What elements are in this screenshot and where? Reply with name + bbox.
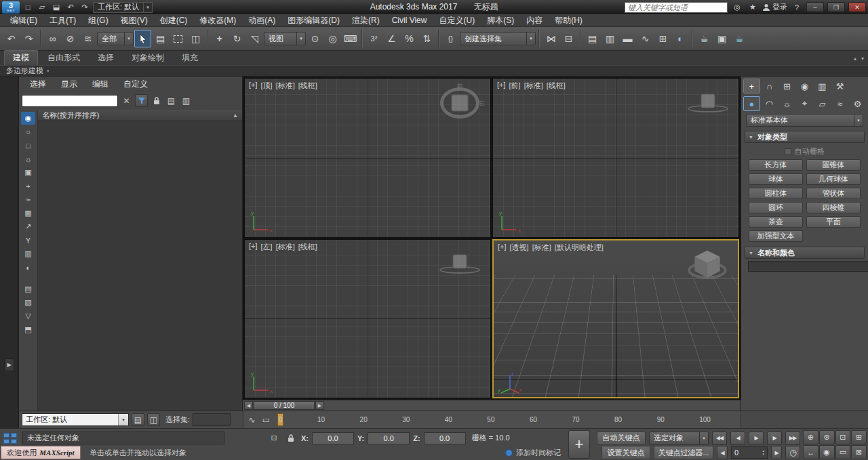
viewport-menu-pov[interactable]: [顶] <box>261 81 273 91</box>
filter-all-icon[interactable]: ◉ <box>21 112 35 125</box>
percent-snap-toggle-icon[interactable]: % <box>401 30 418 47</box>
explorer-menu-customize[interactable]: 自定义 <box>117 79 155 90</box>
time-slider-thumb[interactable]: 0 / 100 <box>254 401 315 410</box>
sphere-button[interactable]: 球体 <box>749 173 803 185</box>
selection-set-dropdown[interactable] <box>193 413 231 426</box>
communication-center-icon[interactable]: ◎ <box>731 1 743 13</box>
named-selection-dropdown[interactable]: 创建选择集 ▾ <box>460 32 536 45</box>
show-none-icon[interactable]: ▧ <box>21 296 35 309</box>
mirror-icon[interactable]: ⋈ <box>542 30 559 47</box>
workspace-switch-icon[interactable]: ◫ <box>147 413 160 426</box>
filter-xrefs-icon[interactable]: ↗ <box>21 220 35 233</box>
motion-tab-icon[interactable]: ◉ <box>796 79 813 93</box>
spinner-snap-toggle-icon[interactable]: ⇅ <box>418 30 435 47</box>
sign-in-button[interactable]: 登录 <box>762 2 787 12</box>
viewport-layout-icon[interactable] <box>1 431 19 446</box>
lock-explorer-icon[interactable] <box>150 94 163 107</box>
cone-button[interactable]: 圆锥体 <box>806 159 861 171</box>
align-icon[interactable]: ⊟ <box>560 30 577 47</box>
menu-scripting[interactable]: 脚本(S) <box>481 14 520 26</box>
field-of-view-icon[interactable]: ▭ <box>835 445 851 459</box>
menu-customize[interactable]: 自定义(U) <box>433 14 481 26</box>
app-logo-icon[interactable]: 3MAX <box>2 1 20 14</box>
show-keyable-icon[interactable]: ▭ <box>260 413 273 426</box>
chevron-down-icon[interactable]: ▾ <box>296 33 305 45</box>
filter-cameras-icon[interactable]: ▣ <box>21 166 35 179</box>
next-key-button[interactable]: ▶ <box>771 446 782 459</box>
viewcube[interactable] <box>437 245 482 283</box>
zoom-all-icon[interactable]: ⊛ <box>819 430 835 444</box>
workspace-bottom-selector[interactable]: 工作区: 默认 ▾ <box>22 413 129 426</box>
primitive-category-dropdown[interactable]: 标准基本体 ▾ <box>746 114 863 127</box>
menu-animation[interactable]: 动画(A) <box>242 14 281 26</box>
helpers-category-icon[interactable]: ▱ <box>814 96 831 111</box>
material-editor-icon[interactable]: ◐ <box>672 30 689 47</box>
teapot-button[interactable]: 茶壶 <box>749 216 803 228</box>
show-frozen-icon[interactable]: ⬒ <box>21 323 35 336</box>
angle-snap-toggle-icon[interactable]: ∠ <box>383 30 400 47</box>
geometry-category-icon[interactable]: ● <box>743 96 760 111</box>
filter-shapes-icon[interactable]: □ <box>21 139 35 152</box>
open-file-icon[interactable]: ▱ <box>36 1 48 13</box>
bind-to-spacewarp-icon[interactable]: ≋ <box>79 30 96 47</box>
viewport-top[interactable]: [+] [顶] [标准] [线框] 前 右 x <box>244 78 491 238</box>
shapes-category-icon[interactable]: ◠ <box>761 96 778 111</box>
save-file-icon[interactable]: ⬓ <box>50 1 62 13</box>
viewport-menu-standard[interactable]: [标准] <box>276 242 295 252</box>
workspace-selector[interactable]: 工作区: 默认 ▾ <box>93 2 153 13</box>
viewcube-face[interactable] <box>453 255 467 269</box>
schematic-view-icon[interactable]: ⊞ <box>654 30 671 47</box>
viewport-menu-pov[interactable]: [透视] <box>510 243 529 253</box>
key-filters-button[interactable]: 关键点过滤器... <box>654 446 713 459</box>
viewcube[interactable] <box>685 246 730 284</box>
geosphere-button[interactable]: 几何球体 <box>806 173 861 185</box>
rendered-frame-window-icon[interactable]: ▣ <box>713 30 730 47</box>
viewport-left[interactable]: [+] [左] [标准] [线框] x y <box>244 239 491 399</box>
redo-icon[interactable]: ↷ <box>79 1 91 13</box>
filter-lights-icon[interactable]: ☼ <box>21 152 35 165</box>
torus-button[interactable]: 圆环 <box>749 202 803 213</box>
lights-category-icon[interactable]: ☼ <box>778 96 795 111</box>
cylinder-button[interactable]: 圆柱体 <box>749 188 803 199</box>
select-and-move-icon[interactable]: + <box>211 30 228 47</box>
menu-group[interactable]: 组(G) <box>82 14 114 26</box>
go-to-end-button[interactable]: ▶▶ <box>785 432 800 445</box>
name-color-rollout-header[interactable]: ▼ 名称和颜色 <box>745 247 865 259</box>
display-tab-icon[interactable]: ▥ <box>814 79 831 93</box>
viewport-menu-standard[interactable]: [标准] <box>276 81 295 91</box>
ribbon-subtab-polygon-modeling[interactable]: 多边形建模 <box>6 66 43 76</box>
edit-named-selections-icon[interactable]: {} <box>442 30 459 47</box>
systems-category-icon[interactable]: ⚙ <box>849 96 866 111</box>
tube-button[interactable]: 管状体 <box>806 188 861 199</box>
chevron-down-icon[interactable]: ▾ <box>861 56 864 62</box>
pan-view-icon[interactable]: ↔ <box>803 445 818 459</box>
use-pivot-center-icon[interactable]: ⊙ <box>307 30 323 47</box>
menu-civil-view[interactable]: Civil View <box>386 14 433 26</box>
choose-columns-icon[interactable]: ▤ <box>165 94 178 107</box>
viewport-menu-standard[interactable]: [标准] <box>524 81 543 91</box>
ribbon-tab-object-paint[interactable]: 对象绘制 <box>123 51 172 65</box>
menu-rendering[interactable]: 渲染(R) <box>346 14 386 26</box>
open-mini-curve-editor-icon[interactable]: ∿ <box>245 413 258 426</box>
explorer-search-input[interactable] <box>22 95 118 107</box>
zoom-extents-icon[interactable]: ⊡ <box>835 430 851 444</box>
render-setup-icon[interactable]: ☕ <box>696 30 713 47</box>
viewcube-face[interactable] <box>701 93 715 108</box>
viewport-menu-general[interactable]: [+] <box>249 242 258 252</box>
go-to-start-button[interactable]: ◀◀ <box>712 432 727 445</box>
ribbon-tab-populate[interactable]: 填充 <box>174 51 206 65</box>
menu-graph-editors[interactable]: 图形编辑器(D) <box>281 14 346 26</box>
track-bar[interactable]: ∿ ▭ 0 10 20 30 40 50 60 70 80 90 100 <box>243 411 741 428</box>
selection-lock-icon[interactable] <box>284 432 298 444</box>
auto-key-button[interactable]: 自动关键点 <box>597 432 646 445</box>
viewport-menu-pov[interactable]: [左] <box>261 242 273 252</box>
expand-panel-arrow-icon[interactable]: ▶ <box>4 358 14 371</box>
maximize-viewport-toggle-icon[interactable]: ⊠ <box>851 445 867 459</box>
sort-ascending-icon[interactable]: ▲ <box>233 112 238 119</box>
filter-helpers-icon[interactable]: + <box>21 180 35 192</box>
spinner-arrows-icon[interactable]: ▴▾ <box>762 449 764 457</box>
next-frame-arrow-icon[interactable]: ▶ <box>315 401 324 410</box>
keyboard-shortcut-override-icon[interactable]: ⌨ <box>342 30 359 47</box>
set-key-button[interactable]: 设置关键点 <box>601 446 650 459</box>
viewcube-right-label[interactable]: 右 <box>479 99 485 108</box>
